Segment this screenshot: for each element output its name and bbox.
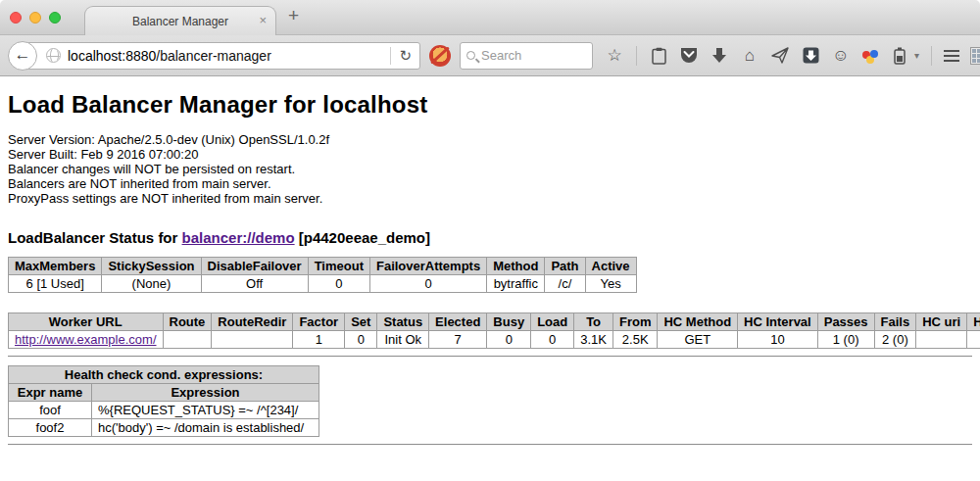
routeredir-cell (212, 331, 293, 349)
table-row: foof %{REQUEST_STATUS} =~ /^[234]/ (9, 402, 319, 419)
to-cell: 3.1K (574, 331, 613, 349)
table-title-row: Health check cond. expressions: (9, 366, 319, 384)
elected-cell: 7 (429, 331, 487, 349)
health-check-table: Health check cond. expressions: Expr nam… (8, 365, 319, 437)
toolbar-divider (931, 46, 932, 66)
back-button[interactable]: ← (8, 41, 37, 71)
url-text[interactable]: localhost:8880/balancer-manager (68, 48, 386, 64)
server-info-line: ProxyPass settings are NOT inherited fro… (8, 191, 972, 206)
worker-row: http://www.example.com/ 1 0 Init Ok 7 0 … (9, 331, 980, 349)
maxmembers-cell: 6 [1 Used] (9, 275, 102, 293)
health-table-title: Health check cond. expressions: (9, 366, 319, 384)
busy-cell: 0 (487, 331, 531, 349)
clipboard-icon[interactable] (649, 47, 668, 65)
from-cell: 2.5K (612, 331, 658, 349)
table-header-row: Expr name Expression (9, 384, 319, 402)
load-cell: 0 (531, 331, 574, 349)
column-header: Timeout (308, 258, 369, 275)
pocket-icon[interactable] (679, 47, 699, 64)
expression-cell: %{REQUEST_STATUS} =~ /^[234]/ (92, 402, 319, 419)
loadbalancer-heading-prefix: LoadBalancer Status for (8, 229, 182, 246)
column-header: FailoverAttempts (369, 258, 486, 275)
expr-name-cell: foof2 (9, 419, 92, 437)
send-plane-icon[interactable] (770, 47, 790, 64)
battery-icon[interactable] (890, 47, 909, 65)
column-header: Active (585, 258, 636, 275)
column-header: MaxMembers (9, 258, 102, 275)
path-cell: /c/ (545, 275, 585, 293)
column-header: Busy (487, 313, 531, 331)
url-divider (390, 47, 391, 65)
url-path: /balancer-manager (156, 48, 271, 64)
loadbalancer-heading: LoadBalancer Status for balancer://demo … (8, 229, 972, 246)
video-download-icon[interactable] (801, 47, 820, 64)
column-header: Worker URL (9, 313, 164, 331)
bookmark-star-icon[interactable]: ☆ (605, 46, 624, 66)
column-header: RouteRedir (212, 313, 293, 331)
failoverattempts-cell: 0 (369, 275, 486, 293)
zoom-window-button[interactable] (49, 12, 61, 24)
tile-pages-icon[interactable] (970, 47, 980, 65)
status-cell: Init Ok (377, 331, 429, 349)
smiley-icon[interactable]: ☺ (831, 46, 851, 66)
page-title: Load Balancer Manager for localhost (8, 76, 972, 119)
expr-name-cell: foof (9, 402, 92, 419)
column-header: DisableFailover (201, 258, 308, 275)
column-header: From (612, 313, 658, 331)
tab-close-icon[interactable]: × (259, 13, 267, 28)
globe-icon (46, 48, 61, 63)
table-row: foof2 hc('body') =~ /domain is establish… (9, 419, 319, 437)
minimize-window-button[interactable] (29, 12, 41, 24)
plugin-blocked-icon[interactable] (429, 45, 451, 67)
toolbar-icons: ☆ ⌂ ☺ ▾ (605, 46, 980, 66)
server-info-line: Server Built: Feb 9 2016 07:00:20 (8, 147, 972, 162)
toolbar-divider (636, 46, 637, 66)
column-header: Load (531, 313, 574, 331)
hc-uri-cell (916, 331, 967, 349)
route-cell (163, 331, 212, 349)
divider (8, 444, 972, 446)
hc-method-cell: GET (658, 331, 738, 349)
navigation-toolbar: ← localhost:8880/balancer-manager ↻ ☆ (0, 35, 980, 76)
table-header-row: Worker URL Route RouteRedir Factor Set S… (9, 313, 980, 331)
tab-title: Balancer Manager (132, 15, 228, 28)
chevron-down-icon[interactable]: ▾ (914, 50, 919, 61)
close-window-button[interactable] (10, 12, 22, 24)
table-header-row: MaxMembers StickySession DisableFailover… (9, 258, 637, 275)
menu-icon[interactable] (944, 50, 959, 62)
search-input[interactable] (481, 48, 586, 63)
loadbalancer-heading-suffix: [p4420eeae_demo] (295, 229, 430, 246)
back-icon: ← (15, 45, 31, 65)
worker-url-cell: http://www.example.com/ (9, 331, 164, 349)
new-tab-button[interactable]: + (288, 5, 299, 26)
passes-cell: 1 (0) (817, 331, 874, 349)
url-bar[interactable]: localhost:8880/balancer-manager ↻ (22, 42, 420, 70)
tab-balancer-manager[interactable]: Balancer Manager × (84, 6, 276, 35)
set-cell: 0 (345, 331, 377, 349)
search-bar[interactable] (460, 42, 593, 70)
column-header: Fails (874, 313, 916, 331)
colored-dots-icon[interactable] (861, 47, 879, 65)
title-bar: Balancer Manager × + (0, 0, 980, 35)
worker-url-link[interactable]: http://www.example.com/ (15, 332, 157, 347)
download-icon[interactable] (710, 47, 729, 64)
column-header: HC Method (658, 313, 738, 331)
hc-expr-cell: foof2 (967, 331, 980, 349)
worker-table: Worker URL Route RouteRedir Factor Set S… (8, 313, 980, 349)
home-icon[interactable]: ⌂ (740, 46, 760, 66)
balancer-demo-link[interactable]: balancer://demo (182, 229, 295, 246)
hc-interval-cell: 10 (738, 331, 818, 349)
divider (8, 356, 972, 358)
column-header: HC Expr (967, 313, 980, 331)
factor-cell: 1 (293, 331, 345, 349)
search-icon (466, 51, 475, 60)
reload-button[interactable]: ↻ (395, 47, 419, 65)
server-info-line: Server Version: Apache/2.5.0-dev (Unix) … (8, 132, 972, 147)
server-info-line: Balancer changes will NOT be persisted o… (8, 162, 972, 176)
url-host: localhost:8880 (68, 48, 156, 64)
server-info: Server Version: Apache/2.5.0-dev (Unix) … (8, 132, 972, 206)
column-header: Set (345, 313, 377, 331)
active-cell: Yes (585, 275, 636, 293)
table-row: 6 [1 Used] (None) Off 0 0 bytraffic /c/ … (9, 275, 637, 293)
column-header: To (574, 313, 613, 331)
